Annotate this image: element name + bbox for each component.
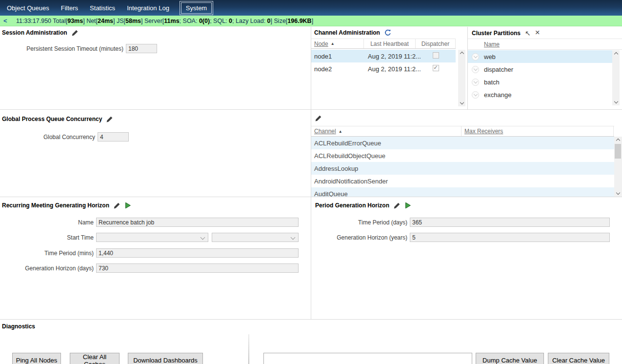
name-input[interactable] (96, 218, 299, 227)
time-period-days-label: Time Period (days) (311, 219, 410, 226)
popout-arrow-icon[interactable]: ↖ (525, 30, 531, 37)
channel-row[interactable]: ACLRebuildErrorQueue (311, 137, 614, 149)
session-timeout-input[interactable] (126, 44, 157, 53)
period-generation-panel: Period Generation Horizon Time Period (d… (311, 197, 622, 320)
dispatcher-checkbox[interactable] (433, 52, 439, 59)
sort-asc-icon: ▲ (331, 41, 335, 46)
name-label: Name (0, 219, 96, 226)
nav-item-filters[interactable]: Filters (58, 2, 81, 14)
session-admin-panel: Session Administration Persistent Sessio… (0, 27, 311, 110)
start-time-time-select[interactable] (212, 233, 299, 242)
edit-icon[interactable] (72, 30, 78, 36)
chevron-down-icon (291, 235, 296, 240)
generation-horizon-years-input[interactable] (410, 233, 610, 242)
generation-horizon-days-input[interactable] (96, 263, 299, 273)
clear-cache-value-button[interactable]: Clear Cache Value (548, 353, 609, 364)
cluster-partition-row[interactable]: web (468, 50, 612, 63)
nav-item-statistics[interactable]: Statistics (87, 2, 118, 14)
scroll-up-arrow[interactable] (614, 137, 622, 143)
time-period-mins-input[interactable] (96, 248, 299, 258)
generation-horizon-years-label: Generation Horizon (years) (311, 234, 410, 241)
column-header-node[interactable]: Node▲ (311, 39, 364, 48)
column-header-last-heartbeat[interactable]: Last Heartbeat (364, 39, 416, 48)
scrollbar[interactable] (612, 50, 620, 105)
channel-row[interactable]: AuditQueue (311, 187, 614, 197)
edit-icon[interactable] (106, 116, 113, 122)
status-metric: Net[24ms] (85, 18, 115, 24)
scroll-up-arrow[interactable] (458, 50, 465, 56)
channel-row[interactable]: AndroidNotificationSender (311, 175, 614, 187)
scroll-down-arrow[interactable] (458, 100, 465, 106)
channel-row[interactable]: AddressLookup (311, 162, 614, 175)
channel-admin-title: Channel Administration (314, 29, 380, 36)
diagnostics-title: Diagnostics (2, 323, 35, 330)
node-row[interactable]: node1 Aug 2, 2019 11:2... (311, 50, 456, 62)
channel-queue-panel: Channel▲ Max Receivers ACLRebuildErrorQu… (311, 110, 622, 197)
session-admin-title: Session Administration (2, 29, 67, 36)
scroll-down-arrow[interactable] (614, 190, 622, 197)
clear-all-caches-button[interactable]: Clear All Caches (70, 353, 120, 364)
column-header-channel[interactable]: Channel▲ (311, 126, 461, 136)
cluster-partitions-title: Cluster Partitions (472, 30, 521, 37)
chevron-down-icon (201, 235, 205, 240)
status-metric: Lazy Load: 0] (234, 18, 273, 24)
edit-icon[interactable] (114, 202, 120, 209)
collapse-chevron-icon[interactable]: < (0, 17, 16, 24)
expand-chevron-icon[interactable] (472, 79, 479, 86)
cluster-partition-row[interactable]: batch (468, 76, 612, 88)
dump-cache-value-button[interactable]: Dump Cache Value (476, 353, 544, 364)
refresh-icon[interactable] (384, 29, 391, 36)
recurring-meeting-title: Recurring Meeting Generating Horizon (2, 202, 109, 209)
global-concurrency-input[interactable] (98, 132, 129, 142)
status-metric: JS[58ms] (115, 18, 143, 24)
status-metric: Total[93ms] (51, 18, 85, 24)
column-header-name[interactable]: Name (484, 41, 500, 48)
expand-chevron-icon[interactable] (472, 91, 479, 99)
status-metric: Server[11ms; (143, 18, 181, 24)
scroll-down-arrow[interactable] (612, 99, 620, 105)
period-generation-title: Period Generation Horizon (315, 202, 389, 209)
column-header-max-receivers[interactable]: Max Receivers (461, 126, 614, 136)
sort-asc-icon: ▲ (339, 129, 342, 134)
channel-row[interactable]: ACLRebuildObjectQueue (311, 149, 614, 162)
cluster-partitions-panel: Cluster Partitions ↖ × Name web dispatch… (468, 27, 622, 110)
top-nav: Object Queues Filters Statistics Integra… (0, 0, 622, 16)
expand-chevron-icon[interactable] (472, 66, 479, 73)
scrollbar[interactable] (458, 50, 465, 106)
dispatcher-checkbox[interactable] (433, 65, 439, 71)
scroll-thumb[interactable] (615, 144, 621, 159)
expand-chevron-icon[interactable] (472, 53, 479, 61)
global-concurrency-panel: Global Process Queue Concurrency Global … (0, 110, 311, 197)
edit-icon[interactable] (394, 202, 400, 209)
node-row[interactable]: node2 Aug 2, 2019 11:2... (311, 62, 456, 75)
scroll-up-arrow[interactable] (612, 50, 620, 57)
ping-all-nodes-button[interactable]: Ping All Nodes (12, 353, 61, 364)
download-dashboards-button[interactable]: Download Dashboards (128, 353, 203, 364)
system-admin-page: { "nav": { "items": [ {"label": "Object … (0, 0, 622, 364)
time-period-mins-label: Time Period (mins) (0, 250, 96, 257)
global-concurrency-title: Global Process Queue Concurrency (2, 116, 102, 122)
time-period-days-input[interactable] (410, 218, 610, 227)
cluster-partition-row[interactable]: dispatcher (468, 63, 612, 76)
recurring-meeting-panel: Recurring Meeting Generating Horizon Nam… (0, 197, 311, 320)
performance-status-bar: < 11:33:17.950 Total[93ms] Net[24ms] JS[… (0, 16, 622, 26)
cluster-partition-row[interactable]: exchange (468, 88, 612, 101)
diagnostics-panel: Diagnostics Ping All Nodes Clear All Cac… (0, 320, 622, 364)
cache-key-input[interactable] (263, 353, 472, 364)
global-concurrency-label: Global Concurrency (0, 134, 98, 141)
run-icon[interactable] (124, 202, 131, 209)
status-metric: SOA: 0(0); (181, 18, 212, 24)
status-metric: SQL: 0; (212, 18, 234, 24)
channel-admin-panel: Channel Administration Node▲ Last Heartb… (311, 27, 468, 110)
column-header-dispatcher[interactable]: Dispatcher (416, 39, 456, 48)
nav-item-system[interactable]: System (181, 2, 212, 14)
edit-icon[interactable] (315, 115, 321, 121)
nav-item-object-queues[interactable]: Object Queues (4, 2, 52, 14)
section-divider (248, 334, 249, 364)
start-time-date-select[interactable] (96, 233, 208, 242)
run-icon[interactable] (404, 202, 411, 209)
close-icon[interactable]: × (535, 28, 540, 37)
scrollbar[interactable] (614, 137, 622, 197)
nav-item-integration-log[interactable]: Integration Log (124, 2, 172, 14)
generation-horizon-days-label: Generation Horizon (days) (0, 265, 96, 272)
